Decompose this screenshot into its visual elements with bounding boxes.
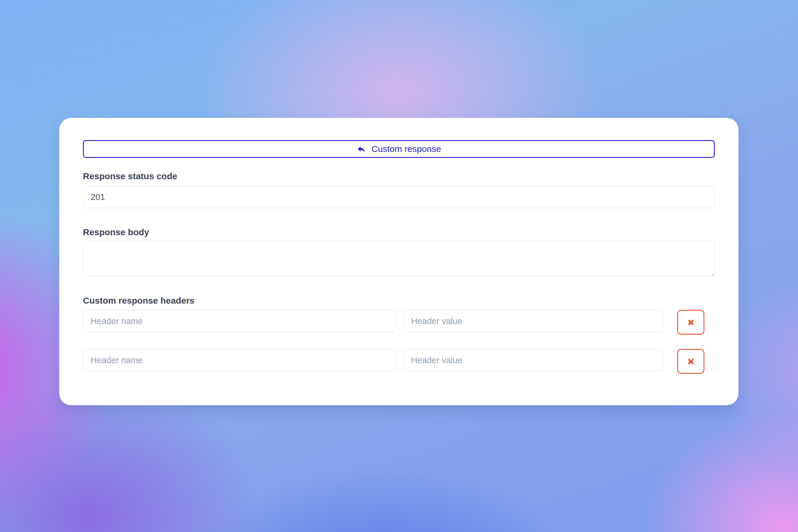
custom-response-button[interactable]: Custom response	[83, 140, 715, 158]
header-value-input[interactable]	[403, 349, 663, 372]
response-body-textarea[interactable]	[83, 241, 715, 277]
header-row	[83, 310, 715, 335]
close-icon	[688, 358, 694, 365]
header-value-input[interactable]	[403, 310, 663, 332]
remove-header-button[interactable]	[677, 349, 704, 374]
header-row	[83, 349, 715, 374]
reply-icon	[357, 144, 366, 154]
header-name-input[interactable]	[83, 349, 396, 372]
custom-response-card: Custom response Response status code Res…	[59, 118, 739, 405]
custom-response-button-label: Custom response	[372, 144, 441, 154]
status-code-label: Response status code	[83, 171, 715, 181]
header-name-input[interactable]	[83, 310, 396, 332]
close-icon	[688, 319, 694, 325]
response-body-label: Response body	[83, 227, 715, 237]
remove-header-button[interactable]	[677, 310, 704, 335]
custom-headers-label: Custom response headers	[83, 296, 715, 306]
status-code-input[interactable]	[83, 186, 715, 208]
